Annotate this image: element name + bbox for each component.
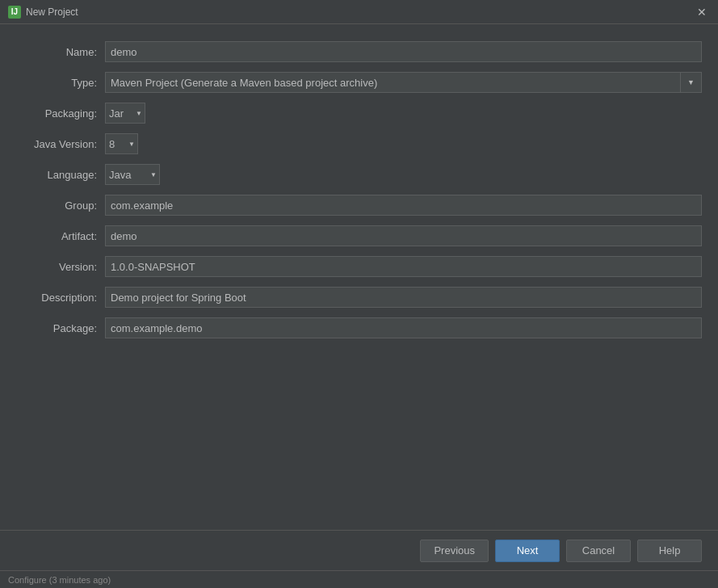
java-version-select-wrapper: 8 11 17 bbox=[105, 133, 138, 154]
description-row: Description: bbox=[16, 286, 702, 309]
description-input[interactable] bbox=[105, 287, 702, 308]
help-button[interactable]: Help bbox=[637, 540, 702, 562]
packaging-row: Packaging: Jar War bbox=[16, 102, 702, 124]
status-text: Configure (3 minutes ago) bbox=[8, 575, 111, 585]
new-project-dialog: IJ New Project ✕ Name: Type: ▼ Packaging… bbox=[0, 0, 718, 588]
type-dropdown-button[interactable]: ▼ bbox=[681, 72, 702, 93]
package-label: Package: bbox=[16, 322, 105, 334]
app-icon: IJ bbox=[8, 6, 21, 19]
version-input[interactable] bbox=[105, 256, 702, 277]
previous-button[interactable]: Previous bbox=[420, 540, 489, 562]
description-label: Description: bbox=[16, 292, 105, 304]
java-version-row: Java Version: 8 11 17 bbox=[16, 132, 702, 155]
artifact-input[interactable] bbox=[105, 225, 702, 246]
type-label: Type: bbox=[16, 77, 105, 89]
dialog-title: New Project bbox=[26, 6, 694, 18]
artifact-row: Artifact: bbox=[16, 225, 702, 247]
java-version-label: Java Version: bbox=[16, 138, 105, 150]
package-input[interactable] bbox=[105, 317, 702, 338]
version-row: Version: bbox=[16, 255, 702, 278]
package-row: Package: bbox=[16, 317, 702, 339]
packaging-select-wrapper: Jar War bbox=[105, 103, 145, 124]
title-bar: IJ New Project ✕ bbox=[0, 0, 718, 24]
version-label: Version: bbox=[16, 261, 105, 273]
type-row: Type: ▼ bbox=[16, 71, 702, 94]
type-select-wrapper: ▼ bbox=[105, 72, 702, 93]
group-row: Group: bbox=[16, 194, 702, 216]
status-bar: Configure (3 minutes ago) bbox=[0, 570, 718, 588]
dialog-footer: Previous Next Cancel Help bbox=[0, 530, 718, 570]
language-row: Language: Java Kotlin Groovy bbox=[16, 163, 702, 186]
close-button[interactable]: ✕ bbox=[694, 4, 710, 20]
artifact-label: Artifact: bbox=[16, 230, 105, 242]
group-input[interactable] bbox=[105, 195, 702, 216]
group-label: Group: bbox=[16, 200, 105, 212]
java-version-select[interactable]: 8 11 17 bbox=[105, 133, 138, 154]
form-content: Name: Type: ▼ Packaging: Jar War Java Ve… bbox=[0, 24, 718, 530]
type-input[interactable] bbox=[105, 72, 681, 93]
name-label: Name: bbox=[16, 46, 105, 58]
language-label: Language: bbox=[16, 169, 105, 181]
packaging-label: Packaging: bbox=[16, 107, 105, 120]
cancel-button[interactable]: Cancel bbox=[566, 540, 631, 562]
language-select-wrapper: Java Kotlin Groovy bbox=[105, 164, 160, 185]
name-input[interactable] bbox=[105, 41, 702, 62]
name-row: Name: bbox=[16, 40, 702, 63]
next-button[interactable]: Next bbox=[495, 540, 560, 562]
packaging-select[interactable]: Jar War bbox=[105, 103, 145, 124]
language-select[interactable]: Java Kotlin Groovy bbox=[105, 164, 160, 185]
